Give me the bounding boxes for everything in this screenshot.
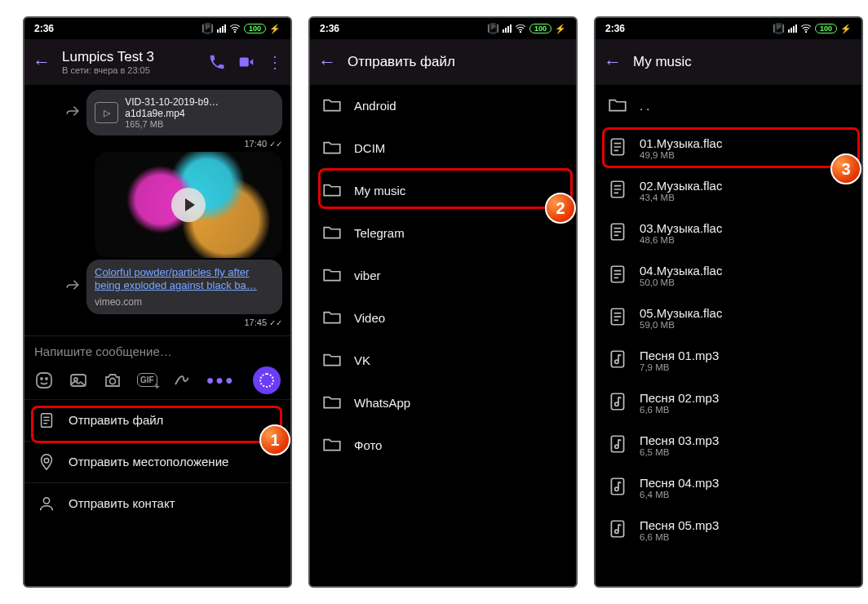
- audio-file-icon: [607, 476, 628, 500]
- status-bar: 2:36 📳 100 ⚡: [24, 18, 290, 39]
- video-call-icon[interactable]: [237, 53, 255, 71]
- link-message[interactable]: Colorful powder/particles fly after bein…: [86, 260, 282, 314]
- callout-1: 1: [259, 424, 290, 455]
- file-item[interactable]: 04.Музыка.flac50,0 MB: [596, 255, 861, 297]
- message-time: 17:40: [33, 139, 282, 149]
- file-item[interactable]: 05.Музыка.flac59,0 MB: [596, 297, 861, 340]
- svg-point-0: [234, 32, 235, 33]
- audio-file-icon: [607, 349, 628, 373]
- forward-icon[interactable]: [65, 104, 80, 122]
- file-item[interactable]: Песня 03.mp36,5 MB: [596, 424, 861, 467]
- folder-icon: [321, 136, 343, 161]
- gif-icon[interactable]: GIF: [137, 373, 157, 387]
- file-item[interactable]: Песня 05.mp36,6 MB: [596, 509, 861, 552]
- file-item[interactable]: 02.Музыка.flac43,4 MB: [596, 170, 861, 212]
- chat-title[interactable]: Lumpics Test 3: [62, 49, 197, 65]
- document-file-icon: [607, 179, 628, 203]
- svg-point-37: [615, 360, 618, 363]
- chat-header: Lumpics Test 3 В сети: вчера в 23:05 ⋮: [24, 39, 290, 85]
- file-name: VID-31-10-2019-b9…a1d1a9e.mp4: [125, 96, 274, 119]
- folder-name: Фото: [354, 438, 382, 452]
- link-text[interactable]: Colorful powder/particles fly after bein…: [95, 266, 274, 293]
- file-size: 165,7 MB: [125, 119, 274, 129]
- folder-item[interactable]: Telegram: [310, 212, 576, 255]
- folder-item[interactable]: WhatsApp: [310, 382, 576, 424]
- back-icon[interactable]: [604, 51, 622, 73]
- forward-icon[interactable]: [65, 278, 80, 295]
- send-button[interactable]: [253, 366, 281, 394]
- camera-icon[interactable]: [103, 371, 122, 390]
- svg-rect-40: [611, 436, 623, 452]
- signal-icon: [217, 24, 226, 33]
- svg-rect-38: [611, 393, 623, 410]
- file-size: 59,0 MB: [640, 320, 722, 330]
- signal-icon: [788, 24, 797, 33]
- wifi-icon: [229, 23, 241, 34]
- folder-item[interactable]: DCIM: [310, 127, 576, 170]
- svg-point-15: [805, 32, 806, 33]
- folder-name: viber: [354, 269, 381, 282]
- parent-directory[interactable]: . .: [596, 85, 861, 127]
- page-title: My music: [633, 54, 853, 70]
- svg-point-14: [520, 32, 520, 33]
- folder-item[interactable]: My music: [310, 170, 576, 212]
- document-file-icon: [607, 306, 628, 331]
- wifi-icon: [515, 23, 526, 34]
- folder-item[interactable]: Android: [310, 85, 576, 127]
- file-item[interactable]: Песня 01.mp37,9 MB: [596, 340, 861, 382]
- svg-point-39: [615, 402, 618, 406]
- file-size: 7,9 MB: [640, 362, 719, 372]
- folder-name: My music: [354, 184, 405, 198]
- menu-icon[interactable]: ⋮: [267, 52, 282, 72]
- folder-item[interactable]: Video: [310, 297, 576, 340]
- callout-3: 3: [830, 153, 861, 184]
- send-contact-option[interactable]: Отправить контакт: [24, 482, 290, 524]
- svg-rect-36: [611, 351, 623, 367]
- message-input[interactable]: Напишите сообщение…: [34, 344, 281, 358]
- folder-icon: [321, 349, 343, 373]
- file-item[interactable]: 03.Музыка.flac48,6 MB: [596, 212, 861, 255]
- doodle-icon[interactable]: [172, 371, 192, 390]
- emoji-icon[interactable]: [34, 371, 54, 390]
- svg-point-41: [615, 445, 618, 448]
- folder-icon: [321, 221, 343, 246]
- send-file-label: Отправить файл: [69, 413, 163, 427]
- file-size: 6,5 MB: [640, 447, 719, 457]
- back-icon[interactable]: [33, 51, 51, 73]
- send-location-option[interactable]: Отправить местоположение: [24, 441, 290, 482]
- file-item[interactable]: 01.Музыка.flac49,9 MB: [596, 127, 861, 170]
- file-item[interactable]: Песня 04.mp36,4 MB: [596, 467, 861, 509]
- status-time: 2:36: [320, 23, 339, 34]
- file-name: 02.Музыка.flac: [640, 179, 722, 193]
- video-preview-message[interactable]: [95, 152, 282, 258]
- charging-icon: ⚡: [840, 24, 852, 34]
- folder-item[interactable]: viber: [310, 255, 576, 297]
- vibrate-icon: 📳: [773, 23, 785, 34]
- call-icon[interactable]: [208, 53, 226, 71]
- gallery-icon[interactable]: [69, 371, 88, 390]
- folder-name: Android: [354, 99, 396, 113]
- back-icon[interactable]: [318, 51, 336, 73]
- folder-icon: [321, 391, 343, 415]
- folder-item[interactable]: VK: [310, 340, 576, 382]
- audio-file-icon: [607, 518, 628, 543]
- parent-label: . .: [640, 99, 650, 113]
- file-browser-header: My music: [596, 39, 861, 85]
- file-icon: [38, 411, 55, 429]
- document-file-icon: [607, 221, 628, 246]
- vibrate-icon: 📳: [487, 23, 499, 34]
- file-message[interactable]: ▷ VID-31-10-2019-b9…a1d1a9e.mp4 165,7 MB: [86, 90, 282, 135]
- file-item[interactable]: Песня 02.mp36,6 MB: [596, 382, 861, 424]
- more-icon[interactable]: ●●●: [206, 373, 235, 388]
- svg-point-45: [615, 530, 618, 533]
- video-file-icon: ▷: [95, 102, 118, 123]
- send-location-label: Отправить местоположение: [69, 455, 228, 469]
- file-browser-header: Отправить файл: [310, 39, 576, 85]
- send-file-option[interactable]: Отправить файл: [24, 399, 290, 441]
- svg-rect-44: [611, 521, 623, 537]
- wifi-icon: [800, 23, 812, 34]
- folder-item[interactable]: Фото: [310, 424, 576, 467]
- file-name: 04.Музыка.flac: [640, 264, 722, 278]
- play-icon[interactable]: [171, 188, 206, 222]
- chat-subtitle: В сети: вчера в 23:05: [62, 65, 197, 75]
